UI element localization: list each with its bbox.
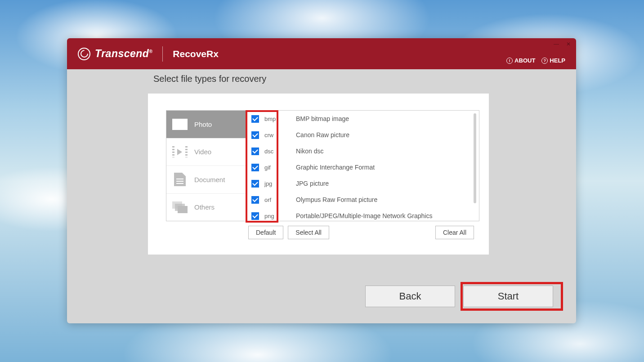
checkbox-bmp[interactable] xyxy=(251,115,259,123)
document-icon xyxy=(172,173,188,186)
close-button[interactable]: ✕ xyxy=(566,41,571,47)
category-label: Video xyxy=(194,148,211,156)
filetype-ext: bmp xyxy=(264,116,286,122)
help-icon: ? xyxy=(541,58,548,64)
category-document[interactable]: Document xyxy=(166,166,247,194)
app-window: — ✕ Transcend® RecoveRx ! ABOUT ? HELP S… xyxy=(67,38,576,323)
minimize-button[interactable]: — xyxy=(554,41,559,47)
filetype-desc: Nikon dsc xyxy=(296,147,323,155)
checkbox-png[interactable] xyxy=(251,212,259,220)
category-label: Document xyxy=(194,176,225,183)
filetype-desc: Portable/JPEG/Multiple-Image Network Gra… xyxy=(296,212,432,219)
category-video[interactable]: Video xyxy=(166,139,247,166)
back-button[interactable]: Back xyxy=(365,286,455,307)
start-button[interactable]: Start xyxy=(463,286,553,307)
image-icon xyxy=(172,118,188,130)
spacer xyxy=(334,226,431,239)
filetype-row: png Portable/JPEG/Multiple-Image Network… xyxy=(247,208,479,221)
brand-block: Transcend® xyxy=(67,48,152,60)
checkbox-dsc[interactable] xyxy=(251,147,259,155)
titlebar: — ✕ Transcend® RecoveRx ! ABOUT ? HELP xyxy=(67,38,576,69)
app-name: RecoveRx xyxy=(173,49,219,59)
filetype-row: crw Canon Raw picture xyxy=(247,127,479,143)
brand-logo-icon xyxy=(78,48,90,60)
info-icon: ! xyxy=(506,58,513,64)
window-controls: — ✕ xyxy=(554,41,571,47)
category-label: Photo xyxy=(194,121,212,128)
clear-all-button[interactable]: Clear All xyxy=(435,226,474,239)
checkbox-gif[interactable] xyxy=(251,164,259,171)
page-title: Select file types for recovery xyxy=(67,69,576,84)
stack-icon xyxy=(172,201,188,214)
nav-buttons: Back Start xyxy=(365,286,553,307)
filetype-row: orf Olympus Raw Format picture xyxy=(247,192,479,208)
filetype-desc: Canon Raw picture xyxy=(296,131,349,139)
filetype-list: bmp BMP bitmap image crw Canon Raw pictu… xyxy=(247,111,479,221)
filetype-desc: Graphic Interchange Format xyxy=(296,164,375,171)
filetype-desc: BMP bitmap image xyxy=(296,115,349,122)
filetype-ext: crw xyxy=(264,132,286,139)
scrollbar[interactable] xyxy=(474,113,476,203)
filetype-row: gif Graphic Interchange Format xyxy=(247,159,479,175)
category-others[interactable]: Others xyxy=(166,194,247,221)
selection-actions: Default Select All Clear All xyxy=(248,226,474,239)
help-label: HELP xyxy=(550,57,565,64)
filetype-row: jpg JPG picture xyxy=(247,175,479,192)
category-photo[interactable]: Photo xyxy=(166,111,247,139)
about-label: ABOUT xyxy=(514,57,535,64)
brand-separator xyxy=(162,46,163,62)
video-icon xyxy=(172,146,188,158)
brand-name: Transcend® xyxy=(95,48,152,60)
filetype-ext: png xyxy=(264,213,286,219)
checkbox-orf[interactable] xyxy=(251,196,259,204)
filetype-desc: Olympus Raw Format picture xyxy=(296,196,377,203)
filetype-ext: jpg xyxy=(264,180,286,187)
file-selector: Photo Video Document Others xyxy=(166,110,479,221)
filetype-desc: JPG picture xyxy=(296,180,329,187)
category-label: Others xyxy=(194,203,215,211)
filetype-ext: dsc xyxy=(264,148,286,155)
content-panel: Photo Video Document Others xyxy=(148,94,489,255)
filetype-row: bmp BMP bitmap image xyxy=(247,111,479,127)
default-button[interactable]: Default xyxy=(248,226,283,239)
about-link[interactable]: ! ABOUT xyxy=(506,57,535,64)
filetype-ext: orf xyxy=(264,197,286,203)
help-link[interactable]: ? HELP xyxy=(541,57,565,64)
filetype-row: dsc Nikon dsc xyxy=(247,143,479,159)
checkbox-crw[interactable] xyxy=(251,131,259,139)
filetype-ext: gif xyxy=(264,164,286,171)
category-list: Photo Video Document Others xyxy=(166,111,247,221)
checkbox-jpg[interactable] xyxy=(251,180,259,188)
titlebar-links: ! ABOUT ? HELP xyxy=(506,57,565,64)
select-all-button[interactable]: Select All xyxy=(288,226,329,239)
